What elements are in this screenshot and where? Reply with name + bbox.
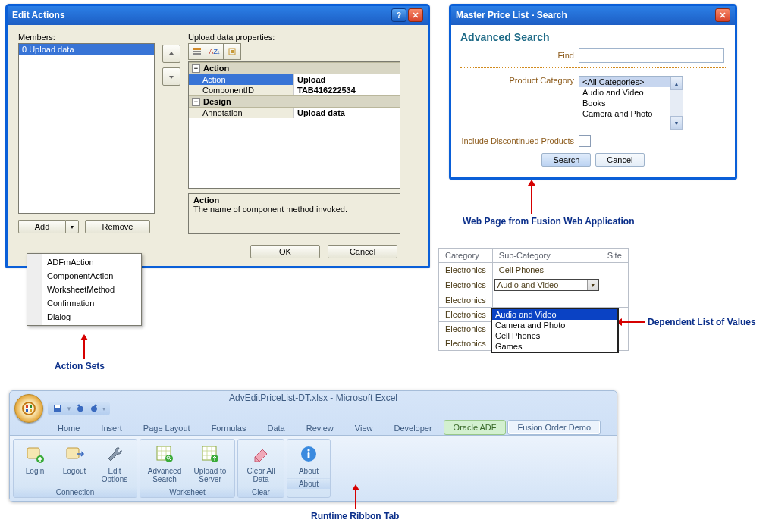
office-button[interactable]	[14, 394, 43, 423]
eraser-icon	[250, 443, 272, 465]
search-titlebar[interactable]: Master Price List - Search	[451, 6, 735, 25]
cell[interactable]	[492, 293, 601, 308]
list-item[interactable]: Books	[579, 98, 683, 108]
undo-icon[interactable]	[75, 403, 86, 414]
menu-item-dialog[interactable]: Dialog	[27, 310, 141, 324]
cell[interactable]: Electronics	[439, 263, 493, 277]
dd-item[interactable]: Camera and Photo	[492, 320, 617, 330]
group-label-worksheet: Worksheet	[140, 487, 234, 497]
move-down-button[interactable]	[162, 67, 180, 86]
dd-item[interactable]: Cell Phones	[492, 330, 617, 341]
tab-data[interactable]: Data	[257, 421, 294, 435]
qat-customize-icon[interactable]: ▾	[102, 405, 105, 412]
col-subcategory: Sub-Category	[492, 249, 601, 263]
svg-rect-0	[193, 48, 201, 50]
prop-anno-val[interactable]: Upload data	[294, 108, 400, 118]
prop-comp-key[interactable]: ComponentID	[189, 85, 294, 95]
logout-icon	[63, 443, 86, 465]
discontinued-checkbox[interactable]	[579, 135, 591, 147]
add-button-arrow[interactable]: ▼	[65, 220, 79, 233]
move-up-button[interactable]	[162, 45, 180, 63]
help-button[interactable]: ?	[391, 8, 406, 22]
quick-access-toolbar: ▼ ▾	[14, 394, 110, 423]
cell[interactable]: Electronics	[439, 293, 493, 308]
cell-dd[interactable]: Audio and Video ▼	[492, 277, 601, 293]
prop-action-val[interactable]: Upload	[294, 74, 400, 85]
collapse-icon[interactable]: −	[192, 64, 200, 73]
login-button[interactable]: Login	[15, 441, 55, 485]
property-grid[interactable]: − Action Action Upload ComponentID TAB41…	[188, 61, 400, 189]
prop-settings-button[interactable]	[224, 43, 241, 60]
search-button[interactable]: Search	[541, 153, 591, 167]
arrow-ribbon	[355, 490, 356, 509]
discontinued-label: Include Discontinued Products	[460, 136, 579, 146]
redo-icon[interactable]	[89, 403, 99, 414]
edit-actions-titlebar[interactable]: Edit Actions ?	[8, 6, 428, 25]
separator	[460, 67, 726, 68]
cancel-button[interactable]: Cancel	[595, 153, 644, 167]
cell[interactable]: Electronics	[439, 336, 493, 351]
dd-item[interactable]: Audio and Video	[492, 309, 617, 320]
list-item[interactable]: <All Categories>	[579, 77, 683, 87]
cell[interactable]	[601, 293, 628, 308]
prop-anno-key[interactable]: Annotation	[189, 108, 294, 118]
tab-page-layout[interactable]: Page Layout	[133, 421, 200, 435]
alphabetical-button[interactable]: AZ↓	[206, 43, 224, 60]
svg-rect-14	[67, 448, 79, 458]
group-action[interactable]: − Action	[189, 62, 400, 74]
remove-button[interactable]: Remove	[85, 220, 150, 233]
prop-action-key[interactable]: Action	[189, 74, 294, 85]
category-label: Product Category	[460, 76, 579, 85]
chevron-down-icon[interactable]: ▼	[587, 280, 598, 290]
tab-view[interactable]: View	[345, 421, 383, 435]
tab-formulas[interactable]: Formulas	[202, 421, 256, 435]
edit-actions-dialog: Edit Actions ? Members: 0 Upload data Ad…	[5, 4, 430, 268]
collapse-icon[interactable]: −	[192, 98, 200, 106]
list-item[interactable]: Audio and Video	[579, 87, 683, 98]
advanced-search-button[interactable]: Advanced Search	[142, 441, 187, 485]
cell[interactable]	[601, 277, 628, 293]
menu-item-confirmation[interactable]: Confirmation	[27, 296, 141, 310]
ok-button[interactable]: OK	[250, 245, 320, 258]
cell[interactable]: Electronics	[439, 308, 493, 322]
cell[interactable]: Cell Phones	[492, 263, 601, 277]
cell[interactable]	[601, 263, 628, 277]
tab-developer[interactable]: Developer	[384, 421, 441, 435]
find-input[interactable]	[579, 48, 724, 63]
category-listbox[interactable]: <All Categories> Audio and Video Books C…	[579, 76, 683, 130]
ribbon-group-worksheet: Advanced Search Upload to Server Workshe…	[140, 439, 235, 498]
svg-point-16	[165, 455, 173, 462]
cell[interactable]: Electronics	[439, 322, 493, 336]
upload-to-server-button[interactable]: Upload to Server	[187, 441, 233, 485]
scrollbar[interactable]: ▲ ▼	[670, 77, 683, 130]
members-listbox[interactable]: 0 Upload data	[18, 43, 155, 214]
about-button[interactable]: About	[289, 441, 328, 477]
logout-button[interactable]: Logout	[55, 441, 94, 485]
tab-fusion-order-demo[interactable]: Fusion Order Demo	[507, 420, 601, 435]
scroll-down-button[interactable]: ▼	[670, 116, 683, 130]
menu-item-worksheetmethod[interactable]: WorksheetMethod	[27, 283, 141, 296]
edit-options-button[interactable]: Edit Options	[94, 441, 135, 485]
tab-oracle-adf[interactable]: Oracle ADF	[444, 420, 507, 435]
wrench-icon	[103, 443, 126, 465]
add-button[interactable]: Add ▼	[18, 220, 79, 233]
clear-all-button[interactable]: Clear All Data	[240, 441, 282, 485]
group-design[interactable]: − Design	[189, 95, 400, 108]
add-button-label[interactable]: Add	[18, 220, 65, 233]
categorized-button[interactable]	[188, 43, 206, 60]
dd-item[interactable]: Games	[492, 341, 617, 352]
menu-item-adfmaction[interactable]: ADFmAction	[27, 255, 141, 269]
cancel-button[interactable]: Cancel	[328, 245, 397, 258]
save-icon[interactable]	[52, 403, 63, 414]
menu-item-componentaction[interactable]: ComponentAction	[27, 269, 141, 283]
qat-arrow-icon[interactable]: ▼	[66, 405, 72, 412]
tab-review[interactable]: Review	[297, 421, 344, 435]
scroll-up-button[interactable]: ▲	[670, 77, 683, 90]
list-item[interactable]: Camera and Photo	[579, 108, 683, 119]
subcategory-dropdown[interactable]: Audio and Video ▼	[494, 279, 599, 291]
cell[interactable]: Electronics	[439, 277, 493, 293]
close-button[interactable]	[408, 8, 423, 22]
prop-comp-val[interactable]: TAB416222534	[294, 85, 400, 95]
close-button[interactable]	[715, 8, 730, 22]
members-item-selected[interactable]: 0 Upload data	[19, 44, 154, 55]
